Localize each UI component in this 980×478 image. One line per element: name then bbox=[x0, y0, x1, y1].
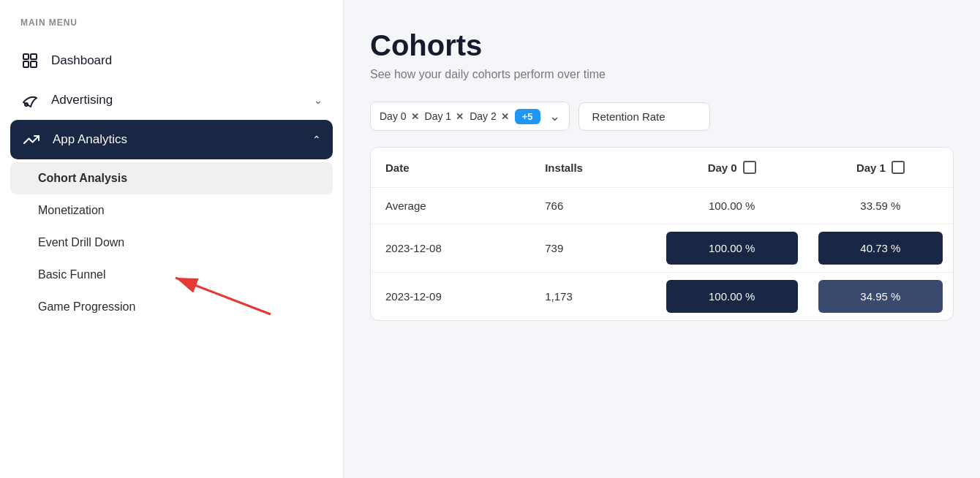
day0-checkbox[interactable] bbox=[743, 161, 756, 174]
filter-tags-container: Day 0 ✕ Day 1 ✕ Day 2 ✕ +5 ⌄ bbox=[370, 102, 570, 131]
analytics-icon bbox=[22, 130, 41, 149]
event-drill-down-label: Event Drill Down bbox=[38, 236, 124, 249]
table-row: 2023-12-091,173100.00 %34.95 % bbox=[371, 273, 953, 321]
table-header-row: Date Installs Day 0 Day 1 bbox=[371, 148, 953, 188]
filter-tag-day0-close[interactable]: ✕ bbox=[411, 111, 419, 122]
cell-day0: 100.00 % bbox=[656, 224, 808, 273]
sidebar-dashboard-label: Dashboard bbox=[51, 53, 323, 68]
page-subtitle: See how your daily cohorts perform over … bbox=[370, 68, 954, 81]
sidebar-sub-item-cohort-analysis[interactable]: Cohort Analysis bbox=[10, 162, 333, 194]
svg-rect-2 bbox=[31, 54, 37, 59]
main-content: Cohorts See how your daily cohorts perfo… bbox=[344, 0, 980, 478]
sidebar-app-analytics-label: App Analytics bbox=[53, 132, 301, 147]
game-progression-label: Game Progression bbox=[38, 300, 135, 314]
filter-tag-day2-close[interactable]: ✕ bbox=[501, 111, 509, 122]
svg-rect-3 bbox=[31, 61, 37, 67]
cell-date: 2023-12-09 bbox=[371, 273, 530, 321]
cell-day0: 100.00 % bbox=[656, 188, 808, 224]
sidebar-sub-item-basic-funnel[interactable]: Basic Funnel bbox=[0, 259, 343, 291]
col-header-installs: Installs bbox=[530, 148, 655, 188]
cell-day1: 33.59 % bbox=[808, 188, 953, 224]
sidebar: MAIN MENU Dashboard Advertising ⌄ bbox=[0, 0, 344, 478]
filter-tag-day2-label: Day 2 bbox=[470, 110, 497, 122]
dashboard-icon bbox=[20, 51, 39, 70]
sidebar-sub-item-game-progression[interactable]: Game Progression bbox=[0, 291, 343, 323]
filter-tag-day1-label: Day 1 bbox=[425, 110, 452, 122]
sidebar-item-advertising[interactable]: Advertising ⌄ bbox=[0, 80, 343, 120]
sidebar-sub-item-monetization[interactable]: Monetization bbox=[0, 194, 343, 227]
cell-day1: 34.95 % bbox=[808, 273, 953, 321]
col-header-day0: Day 0 bbox=[656, 148, 808, 188]
sidebar-advertising-label: Advertising bbox=[51, 93, 302, 107]
app-analytics-subnav: Cohort Analysis Monetization Event Drill… bbox=[0, 162, 343, 323]
table-row: Average766100.00 %33.59 % bbox=[371, 188, 953, 224]
svg-rect-0 bbox=[23, 54, 29, 59]
cell-day1: 40.73 % bbox=[808, 224, 953, 273]
filter-type-selector[interactable]: Retention Rate bbox=[578, 102, 710, 131]
filter-tag-day2: Day 2 ✕ bbox=[470, 110, 509, 122]
advertising-chevron-down-icon: ⌄ bbox=[314, 94, 323, 106]
cohort-table-wrapper: Date Installs Day 0 Day 1 bbox=[370, 147, 954, 321]
page-title: Cohorts bbox=[370, 29, 954, 62]
col-header-date: Date bbox=[371, 148, 530, 188]
basic-funnel-label: Basic Funnel bbox=[38, 268, 106, 281]
monetization-label: Monetization bbox=[38, 204, 105, 217]
cell-date: Average bbox=[371, 188, 530, 224]
sidebar-sub-item-event-drill-down[interactable]: Event Drill Down bbox=[0, 227, 343, 259]
sidebar-item-app-analytics[interactable]: App Analytics ⌃ bbox=[10, 120, 333, 159]
filter-tag-day1: Day 1 ✕ bbox=[425, 110, 464, 122]
filter-more-button[interactable]: +5 bbox=[515, 109, 540, 124]
cell-installs: 1,173 bbox=[530, 273, 655, 321]
table-row: 2023-12-08739100.00 %40.73 % bbox=[371, 224, 953, 273]
cell-installs: 766 bbox=[530, 188, 655, 224]
cohort-table: Date Installs Day 0 Day 1 bbox=[371, 148, 953, 320]
advertising-icon bbox=[20, 91, 39, 110]
sidebar-item-dashboard[interactable]: Dashboard bbox=[0, 41, 343, 80]
svg-rect-1 bbox=[23, 61, 29, 67]
day1-checkbox[interactable] bbox=[892, 161, 905, 174]
cohort-table-body: Average766100.00 %33.59 %2023-12-0873910… bbox=[371, 188, 953, 321]
app-analytics-chevron-up-icon: ⌃ bbox=[312, 134, 321, 145]
filter-tag-day0-label: Day 0 bbox=[380, 110, 407, 122]
filter-dropdown-chevron-icon[interactable]: ⌄ bbox=[549, 108, 560, 124]
cell-day0: 100.00 % bbox=[656, 273, 808, 321]
cell-date: 2023-12-08 bbox=[371, 224, 530, 273]
filter-tag-day1-close[interactable]: ✕ bbox=[456, 111, 464, 122]
filter-tag-day0: Day 0 ✕ bbox=[380, 110, 419, 122]
cell-installs: 739 bbox=[530, 224, 655, 273]
cohort-analysis-label: Cohort Analysis bbox=[38, 172, 127, 185]
main-menu-label: MAIN MENU bbox=[0, 18, 343, 28]
col-header-day1: Day 1 bbox=[808, 148, 953, 188]
filter-row: Day 0 ✕ Day 1 ✕ Day 2 ✕ +5 ⌄ Retention R… bbox=[370, 102, 954, 131]
